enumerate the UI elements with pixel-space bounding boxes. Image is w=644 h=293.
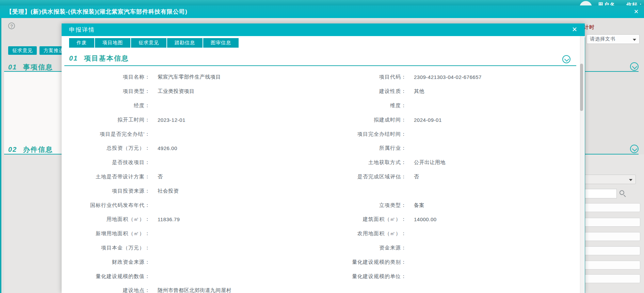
right-value: 其他 bbox=[412, 88, 580, 95]
window-title: 【受理】(新)供水报装-(供水报装)(湖北紫宸汽车部件科技有限公司) bbox=[6, 8, 188, 16]
form-row: 项目本金（万元）：资金来源： bbox=[62, 241, 580, 255]
screen: ? 征求意见 方案推进 01 事项信息 02 办件信息 （办 倒计时 请选择文书… bbox=[0, 0, 644, 293]
chevron-down-icon bbox=[629, 179, 632, 181]
modal-tab-1[interactable]: 作废 bbox=[69, 38, 94, 48]
form-row: 项目类型：工业类投资项目建设性质：其他 bbox=[62, 84, 580, 99]
section1-title: 事项信息 bbox=[23, 63, 53, 71]
left-label: 项目是否完全办结'： bbox=[62, 131, 156, 137]
right-label: 农用地面积（㎡）： bbox=[319, 230, 412, 237]
modal-tab-4[interactable]: 踏勘信息 bbox=[167, 38, 203, 48]
right-label: 量化建设规模的单位： bbox=[319, 273, 412, 280]
section2-title: 办件信息 bbox=[23, 146, 53, 153]
right-label: 土地获取方式： bbox=[319, 159, 412, 166]
left-label: 项目名称： bbox=[62, 74, 156, 80]
right-value: 14000.00 bbox=[412, 216, 580, 222]
right-label: 资金来源： bbox=[319, 245, 412, 251]
section1-heading: 01 事项信息 bbox=[8, 63, 53, 72]
right-value: 2309-421303-04-02-676657 bbox=[412, 74, 580, 80]
form-row: 拟开工时间：2023-12-01拟建成时间：2024-09-01 bbox=[62, 113, 580, 127]
left-value: 随州市曾都区北郊街道九间屋村 bbox=[156, 287, 319, 293]
form-row: 总投资（万元）：4926.00所属行业： bbox=[62, 141, 580, 156]
sidebar-input-1[interactable] bbox=[582, 203, 640, 212]
window-close-icon[interactable]: ✕ bbox=[632, 8, 640, 16]
left-value: 4926.00 bbox=[156, 145, 319, 151]
right-label: 是否完成区域评估： bbox=[319, 174, 412, 180]
top-user-strip: 用户名 你好： bbox=[0, 0, 644, 5]
modal-section-number: 01 bbox=[69, 54, 78, 62]
left-value: 否 bbox=[156, 174, 319, 180]
left-label: 土地是否带设计方案： bbox=[62, 174, 156, 180]
modal-scrollbar-thumb[interactable] bbox=[580, 64, 583, 111]
modal-scrollbar[interactable] bbox=[580, 36, 584, 293]
modal-tab-5[interactable]: 图审信息 bbox=[203, 38, 239, 48]
right-label: 立项类型： bbox=[319, 202, 412, 209]
section2-number: 02 bbox=[8, 146, 17, 153]
left-label: 量化建设规模的数值： bbox=[62, 273, 156, 280]
form-row: 经度：维度： bbox=[62, 99, 580, 113]
modal-body: 作废项目地图征求意见踏勘信息图审信息 01 项目基本信息 项目名称：紫宸汽车零部… bbox=[62, 36, 585, 293]
left-label: 经度： bbox=[62, 102, 156, 109]
modal-close-icon[interactable]: ✕ bbox=[572, 26, 577, 33]
document-select-value: 请选择文书 bbox=[590, 36, 615, 42]
form-row: 用地面积（㎡）：11836.79建筑面积（㎡）：14000.00 bbox=[62, 212, 580, 227]
right-label: 项目代码： bbox=[319, 74, 412, 80]
left-accent-bar bbox=[0, 18, 1, 293]
left-value: 11836.79 bbox=[156, 216, 319, 222]
left-label: 国标行业代码发布年代： bbox=[62, 202, 156, 209]
sidebar-input-5[interactable] bbox=[582, 261, 640, 270]
help-icon[interactable]: ? bbox=[8, 22, 15, 29]
left-label: 总投资（万元）： bbox=[62, 145, 156, 151]
search-icon[interactable] bbox=[619, 190, 624, 195]
form-row: 建设地点：随州市曾都区北郊街道九间屋村 bbox=[62, 283, 580, 293]
left-label: 项目投资来源： bbox=[62, 188, 156, 194]
section2-collapse-chevron-icon[interactable] bbox=[630, 145, 639, 153]
right-label: 拟建成时间： bbox=[319, 117, 412, 123]
modal-header: 申报详情 ✕ bbox=[62, 23, 585, 36]
left-value: 工业类投资项目 bbox=[156, 88, 319, 95]
section1-collapse-chevron-icon[interactable] bbox=[630, 62, 639, 71]
avatar bbox=[580, 1, 592, 5]
sidebar-input-4[interactable] bbox=[582, 246, 640, 255]
right-label: 建筑面积（㎡）： bbox=[319, 216, 412, 223]
right-value: 备案 bbox=[412, 202, 580, 209]
project-basic-info-form: 项目名称：紫宸汽车零部件生产线项目项目代码：2309-421303-04-02-… bbox=[62, 70, 580, 293]
right-label: 项目完全办结时间： bbox=[319, 131, 412, 137]
modal-section-heading: 01 项目基本信息 bbox=[69, 54, 129, 63]
form-row: 量化建设规模的数值：量化建设规模的单位： bbox=[62, 269, 580, 283]
left-value: 社会投资 bbox=[156, 188, 319, 194]
left-label: 项目类型： bbox=[62, 88, 156, 95]
sidebar-input-2[interactable] bbox=[582, 218, 640, 227]
right-label: 维度： bbox=[319, 102, 412, 109]
right-label: 所属行业： bbox=[319, 145, 412, 151]
window-title-bar: 【受理】(新)供水报装-(供水报装)(湖北紫宸汽车部件科技有限公司) ✕ bbox=[0, 5, 644, 18]
left-label: 建设地点： bbox=[62, 287, 156, 293]
right-label: 量化建设规模的类别： bbox=[319, 259, 412, 265]
consult-opinion-button[interactable]: 征求意见 bbox=[8, 46, 37, 55]
form-row: 土地是否带设计方案：否是否完成区域评估：否 bbox=[62, 170, 580, 184]
modal-tab-2[interactable]: 项目地图 bbox=[95, 38, 130, 48]
modal-section-title: 项目基本信息 bbox=[84, 54, 129, 62]
document-select[interactable]: 请选择文书 bbox=[586, 34, 640, 44]
modal-section-underline bbox=[64, 65, 576, 66]
left-label: 用地面积（㎡）： bbox=[62, 216, 156, 223]
form-row: 国标行业代码发布年代：立项类型：备案 bbox=[62, 198, 580, 212]
right-value: 2024-09-01 bbox=[412, 117, 580, 123]
left-label: 新增用地面积（㎡）： bbox=[62, 230, 156, 237]
left-label: 财政资金来源： bbox=[62, 259, 156, 265]
sidebar-input-6[interactable] bbox=[582, 274, 640, 283]
declaration-detail-modal: 申报详情 ✕ 作废项目地图征求意见踏勘信息图审信息 01 项目基本信息 项目名称… bbox=[62, 23, 585, 293]
modal-tab-3[interactable]: 征求意见 bbox=[131, 38, 166, 48]
chevron-down-icon bbox=[633, 39, 636, 41]
form-row: 是否技改项目：土地获取方式：公开出让用地 bbox=[62, 156, 580, 170]
form-row: 项目投资来源：社会投资 bbox=[62, 184, 580, 198]
greeting-fragment: 你好： bbox=[626, 2, 644, 5]
modal-section-chevron-icon[interactable] bbox=[562, 55, 570, 63]
left-label: 拟开工时间： bbox=[62, 117, 156, 123]
right-label: 建设性质： bbox=[319, 88, 412, 95]
form-row: 新增用地面积（㎡）：农用地面积（㎡）： bbox=[62, 227, 580, 241]
form-row: 项目是否完全办结'：项目完全办结时间： bbox=[62, 127, 580, 141]
section1-number: 01 bbox=[8, 63, 17, 71]
form-row: 财政资金来源：量化建设规模的类别： bbox=[62, 255, 580, 269]
user-name-fragment: 用户名 bbox=[598, 2, 615, 5]
sidebar-input-3[interactable] bbox=[582, 232, 640, 241]
